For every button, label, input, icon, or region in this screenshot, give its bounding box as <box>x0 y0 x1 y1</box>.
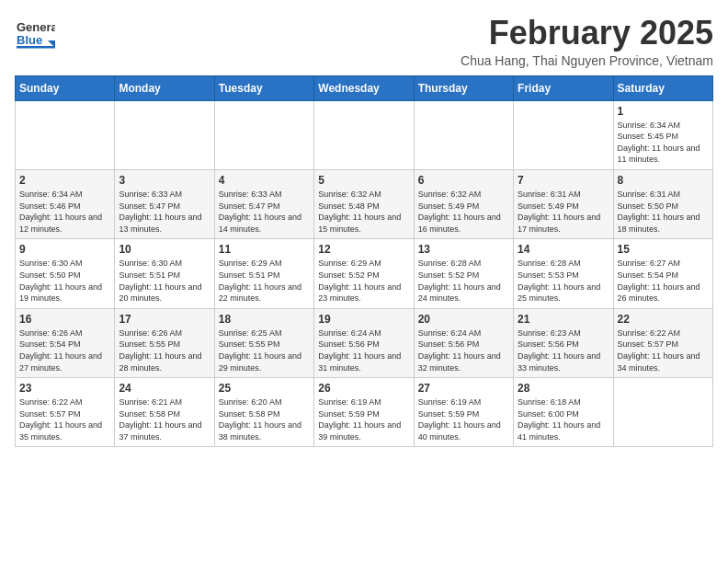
day-number: 2 <box>19 174 110 187</box>
day-info: Sunrise: 6:33 AM Sunset: 5:47 PM Dayligh… <box>119 189 210 235</box>
day-number: 14 <box>518 243 609 256</box>
day-info: Sunrise: 6:32 AM Sunset: 5:48 PM Dayligh… <box>318 189 409 235</box>
title-area: February 2025 Chua Hang, Thai Nguyen Pro… <box>461 15 713 68</box>
day-number: 22 <box>618 313 709 326</box>
day-info: Sunrise: 6:21 AM Sunset: 5:58 PM Dayligh… <box>119 396 210 442</box>
day-info: Sunrise: 6:22 AM Sunset: 5:57 PM Dayligh… <box>19 396 110 442</box>
calendar-cell: 3Sunrise: 6:33 AM Sunset: 5:47 PM Daylig… <box>115 169 214 238</box>
calendar-cell <box>115 100 214 169</box>
day-number: 13 <box>418 243 509 256</box>
calendar-cell: 8Sunrise: 6:31 AM Sunset: 5:50 PM Daylig… <box>613 169 712 238</box>
day-info: Sunrise: 6:20 AM Sunset: 5:58 PM Dayligh… <box>219 396 310 442</box>
day-number: 21 <box>518 313 609 326</box>
page-subtitle: Chua Hang, Thai Nguyen Province, Vietnam <box>461 53 713 68</box>
calendar-week-1: 1Sunrise: 6:34 AM Sunset: 5:45 PM Daylig… <box>16 100 713 169</box>
calendar-cell: 23Sunrise: 6:22 AM Sunset: 5:57 PM Dayli… <box>16 378 115 447</box>
day-info: Sunrise: 6:27 AM Sunset: 5:54 PM Dayligh… <box>618 258 709 304</box>
day-number: 8 <box>618 174 709 187</box>
svg-text:Blue: Blue <box>17 33 42 47</box>
calendar-cell: 1Sunrise: 6:34 AM Sunset: 5:45 PM Daylig… <box>613 100 712 169</box>
logo: General Blue <box>15 15 55 55</box>
day-info: Sunrise: 6:29 AM Sunset: 5:51 PM Dayligh… <box>219 258 310 304</box>
day-info: Sunrise: 6:28 AM Sunset: 5:53 PM Dayligh… <box>518 258 609 304</box>
calendar-cell: 14Sunrise: 6:28 AM Sunset: 5:53 PM Dayli… <box>514 239 613 308</box>
calendar-header-row: SundayMondayTuesdayWednesdayThursdayFrid… <box>16 75 713 100</box>
day-info: Sunrise: 6:19 AM Sunset: 5:59 PM Dayligh… <box>418 396 509 442</box>
calendar-cell: 17Sunrise: 6:26 AM Sunset: 5:55 PM Dayli… <box>115 308 214 377</box>
day-number: 19 <box>318 313 409 326</box>
day-number: 10 <box>119 243 210 256</box>
calendar-week-5: 23Sunrise: 6:22 AM Sunset: 5:57 PM Dayli… <box>16 378 713 447</box>
calendar-week-3: 9Sunrise: 6:30 AM Sunset: 5:50 PM Daylig… <box>16 239 713 308</box>
day-number: 27 <box>418 382 509 395</box>
col-header-saturday: Saturday <box>613 75 712 100</box>
day-info: Sunrise: 6:31 AM Sunset: 5:50 PM Dayligh… <box>618 189 709 235</box>
day-number: 1 <box>618 105 709 118</box>
calendar-cell <box>314 100 414 169</box>
day-info: Sunrise: 6:25 AM Sunset: 5:55 PM Dayligh… <box>219 327 310 373</box>
page-title: February 2025 <box>461 15 713 52</box>
col-header-friday: Friday <box>514 75 613 100</box>
day-number: 7 <box>518 174 609 187</box>
day-number: 28 <box>518 382 609 395</box>
svg-text:General: General <box>17 20 55 34</box>
day-info: Sunrise: 6:34 AM Sunset: 5:45 PM Dayligh… <box>618 120 709 166</box>
svg-rect-3 <box>17 46 55 49</box>
day-number: 9 <box>19 243 110 256</box>
day-info: Sunrise: 6:18 AM Sunset: 6:00 PM Dayligh… <box>518 396 609 442</box>
calendar-cell: 4Sunrise: 6:33 AM Sunset: 5:47 PM Daylig… <box>214 169 313 238</box>
day-info: Sunrise: 6:28 AM Sunset: 5:52 PM Dayligh… <box>418 258 509 304</box>
day-info: Sunrise: 6:33 AM Sunset: 5:47 PM Dayligh… <box>219 189 310 235</box>
calendar-cell <box>214 100 313 169</box>
calendar-cell: 19Sunrise: 6:24 AM Sunset: 5:56 PM Dayli… <box>314 308 414 377</box>
calendar-cell: 15Sunrise: 6:27 AM Sunset: 5:54 PM Dayli… <box>613 239 712 308</box>
day-info: Sunrise: 6:24 AM Sunset: 5:56 PM Dayligh… <box>418 327 509 373</box>
calendar-week-4: 16Sunrise: 6:26 AM Sunset: 5:54 PM Dayli… <box>16 308 713 377</box>
header: General Blue February 2025 Chua Hang, Th… <box>15 15 713 68</box>
day-number: 18 <box>219 313 310 326</box>
calendar-cell <box>613 378 712 447</box>
calendar-cell: 16Sunrise: 6:26 AM Sunset: 5:54 PM Dayli… <box>16 308 115 377</box>
day-number: 16 <box>19 313 110 326</box>
day-info: Sunrise: 6:30 AM Sunset: 5:50 PM Dayligh… <box>19 258 110 304</box>
col-header-monday: Monday <box>115 75 214 100</box>
calendar-cell <box>514 100 613 169</box>
calendar-cell: 28Sunrise: 6:18 AM Sunset: 6:00 PM Dayli… <box>514 378 613 447</box>
day-info: Sunrise: 6:22 AM Sunset: 5:57 PM Dayligh… <box>618 327 709 373</box>
col-header-wednesday: Wednesday <box>314 75 414 100</box>
calendar-cell: 27Sunrise: 6:19 AM Sunset: 5:59 PM Dayli… <box>414 378 513 447</box>
calendar-cell: 10Sunrise: 6:30 AM Sunset: 5:51 PM Dayli… <box>115 239 214 308</box>
day-info: Sunrise: 6:30 AM Sunset: 5:51 PM Dayligh… <box>119 258 210 304</box>
calendar-cell: 9Sunrise: 6:30 AM Sunset: 5:50 PM Daylig… <box>16 239 115 308</box>
calendar-cell: 6Sunrise: 6:32 AM Sunset: 5:49 PM Daylig… <box>414 169 513 238</box>
day-info: Sunrise: 6:31 AM Sunset: 5:49 PM Dayligh… <box>518 189 609 235</box>
day-number: 26 <box>318 382 409 395</box>
day-info: Sunrise: 6:34 AM Sunset: 5:46 PM Dayligh… <box>19 189 110 235</box>
calendar-cell: 22Sunrise: 6:22 AM Sunset: 5:57 PM Dayli… <box>613 308 712 377</box>
day-info: Sunrise: 6:23 AM Sunset: 5:56 PM Dayligh… <box>518 327 609 373</box>
day-info: Sunrise: 6:26 AM Sunset: 5:54 PM Dayligh… <box>19 327 110 373</box>
calendar: SundayMondayTuesdayWednesdayThursdayFrid… <box>15 75 713 448</box>
calendar-cell: 5Sunrise: 6:32 AM Sunset: 5:48 PM Daylig… <box>314 169 414 238</box>
logo-icon: General Blue <box>15 15 55 55</box>
day-number: 23 <box>19 382 110 395</box>
calendar-cell <box>16 100 115 169</box>
day-number: 24 <box>119 382 210 395</box>
day-info: Sunrise: 6:29 AM Sunset: 5:52 PM Dayligh… <box>318 258 409 304</box>
day-number: 3 <box>119 174 210 187</box>
day-number: 4 <box>219 174 310 187</box>
calendar-cell: 26Sunrise: 6:19 AM Sunset: 5:59 PM Dayli… <box>314 378 414 447</box>
day-info: Sunrise: 6:32 AM Sunset: 5:49 PM Dayligh… <box>418 189 509 235</box>
calendar-cell: 13Sunrise: 6:28 AM Sunset: 5:52 PM Dayli… <box>414 239 513 308</box>
calendar-cell: 12Sunrise: 6:29 AM Sunset: 5:52 PM Dayli… <box>314 239 414 308</box>
calendar-cell: 11Sunrise: 6:29 AM Sunset: 5:51 PM Dayli… <box>214 239 313 308</box>
day-number: 5 <box>318 174 409 187</box>
col-header-sunday: Sunday <box>16 75 115 100</box>
calendar-cell: 25Sunrise: 6:20 AM Sunset: 5:58 PM Dayli… <box>214 378 313 447</box>
calendar-week-2: 2Sunrise: 6:34 AM Sunset: 5:46 PM Daylig… <box>16 169 713 238</box>
day-number: 20 <box>418 313 509 326</box>
day-number: 25 <box>219 382 310 395</box>
col-header-tuesday: Tuesday <box>214 75 313 100</box>
calendar-cell: 18Sunrise: 6:25 AM Sunset: 5:55 PM Dayli… <box>214 308 313 377</box>
day-info: Sunrise: 6:26 AM Sunset: 5:55 PM Dayligh… <box>119 327 210 373</box>
